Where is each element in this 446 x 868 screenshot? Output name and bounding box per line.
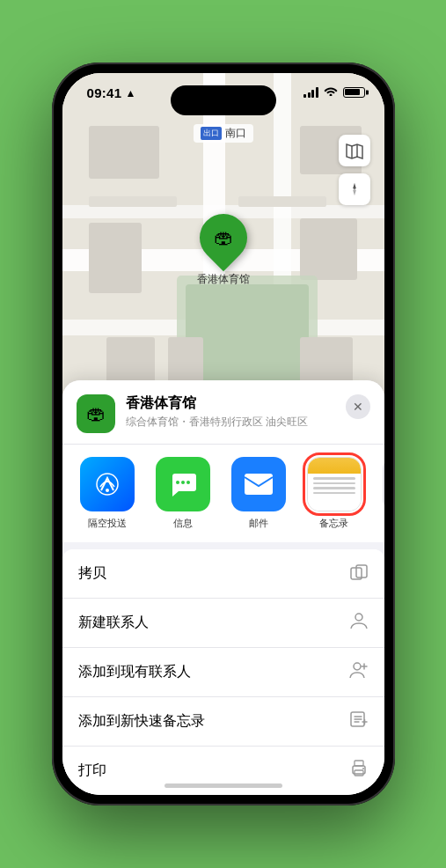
svg-rect-29: [355, 761, 363, 766]
dynamic-island: [171, 85, 276, 115]
svg-rect-30: [355, 770, 363, 776]
person-add-icon: [349, 660, 369, 684]
svg-rect-16: [238, 196, 326, 207]
share-row: 隔空投送 信息: [62, 445, 384, 549]
messages-icon: [156, 457, 210, 511]
action-list: 拷贝 新建联系人: [62, 549, 384, 795]
share-item-airdrop[interactable]: 隔空投送: [77, 457, 138, 530]
more-icon: [383, 457, 384, 511]
svg-rect-9: [300, 218, 357, 280]
location-icon: 🏟: [77, 394, 115, 433]
signal-bar-3: [311, 90, 314, 98]
svg-point-20: [181, 481, 185, 484]
action-add-notes-text: 添加到新快速备忘录: [78, 712, 205, 731]
notes-line-4: [313, 492, 355, 495]
action-new-contact-text: 新建联系人: [78, 614, 149, 632]
svg-point-19: [176, 481, 179, 484]
notes-line-1: [313, 477, 355, 480]
close-button[interactable]: ✕: [346, 394, 370, 419]
share-item-more[interactable]: 提: [379, 457, 384, 530]
status-icons: [303, 85, 365, 99]
location-arrow-icon: ▲: [125, 87, 135, 99]
location-header: 🏟 香港体育馆 综合体育馆・香港特别行政区 油尖旺区 ✕: [62, 380, 384, 445]
copy-svg: [349, 562, 369, 581]
notes-line-2: [313, 482, 355, 485]
location-button[interactable]: [339, 173, 370, 205]
notes-header: [308, 458, 361, 474]
action-copy-text: 拷贝: [78, 564, 106, 583]
messages-label: 信息: [173, 517, 193, 530]
compass-icon: [347, 181, 362, 197]
marker-pin-inner: 🏟: [214, 226, 233, 249]
mail-label: 邮件: [249, 517, 268, 530]
phone-screen: 09:41 ▲: [62, 73, 384, 795]
svg-rect-15: [89, 196, 177, 207]
signal-bar-1: [303, 94, 306, 98]
svg-rect-11: [186, 284, 309, 381]
svg-point-18: [106, 489, 109, 492]
signal-bar-4: [316, 87, 318, 98]
mail-icon: [231, 457, 286, 511]
marker-label: 香港体育馆: [197, 272, 250, 287]
stadium-marker: 🏟 香港体育馆: [197, 214, 250, 287]
printer-icon: [349, 759, 369, 783]
messages-svg: [168, 469, 198, 499]
action-copy[interactable]: 拷贝: [62, 549, 384, 599]
action-new-contact[interactable]: 新建联系人: [62, 599, 384, 648]
svg-rect-13: [168, 337, 203, 386]
mail-svg: [243, 472, 274, 497]
svg-rect-14: [300, 337, 353, 386]
action-add-notes[interactable]: 添加到新快速备忘录: [62, 697, 384, 747]
person-svg: [349, 611, 369, 630]
printer-svg: [349, 759, 369, 778]
map-label: 出口 南口: [194, 124, 253, 143]
notes-body: [308, 474, 361, 511]
notes-line-3: [313, 487, 355, 489]
notes-label: 备忘录: [319, 517, 348, 530]
copy-icon: [349, 562, 369, 585]
map-type-button[interactable]: [339, 135, 370, 166]
notes-icon: [307, 457, 362, 511]
airdrop-svg: [94, 471, 121, 497]
quick-notes-icon: [349, 710, 369, 733]
map-icon: [346, 142, 363, 159]
airdrop-icon: [80, 457, 135, 511]
signal-bar-2: [308, 92, 311, 98]
share-item-notes[interactable]: 备忘录: [303, 457, 365, 530]
action-add-contact-text: 添加到现有联系人: [78, 663, 191, 681]
action-add-contact[interactable]: 添加到现有联系人: [62, 648, 384, 697]
svg-point-26: [354, 663, 361, 670]
battery-icon: [343, 87, 365, 98]
airdrop-label: 隔空投送: [88, 517, 127, 530]
quick-notes-svg: [349, 710, 369, 729]
marker-pin: 🏟: [189, 204, 256, 271]
svg-point-25: [355, 614, 362, 621]
wifi-icon: [324, 85, 338, 99]
battery-fill: [345, 89, 360, 95]
home-indicator: [165, 783, 282, 788]
share-item-messages[interactable]: 信息: [152, 457, 214, 530]
svg-rect-22: [245, 474, 273, 495]
svg-rect-12: [106, 337, 155, 386]
share-item-mail[interactable]: 邮件: [228, 457, 289, 530]
svg-rect-7: [89, 223, 142, 293]
map-label-text: 南口: [225, 126, 246, 141]
status-time: 09:41: [87, 85, 122, 100]
map-controls: [339, 135, 370, 212]
location-subtitle: 综合体育馆・香港特别行政区 油尖旺区: [126, 415, 335, 430]
location-info: 香港体育馆 综合体育馆・香港特别行政区 油尖旺区: [126, 394, 335, 430]
action-print-text: 打印: [78, 761, 106, 780]
svg-rect-6: [89, 126, 159, 179]
phone-frame: 09:41 ▲: [52, 63, 395, 805]
signal-bars: [303, 87, 318, 98]
map-exit-badge: 出口: [201, 127, 222, 140]
bottom-sheet: 🏟 香港体育馆 综合体育馆・香港特别行政区 油尖旺区 ✕: [62, 380, 384, 795]
location-name: 香港体育馆: [126, 394, 335, 413]
person-icon: [349, 611, 369, 635]
person-add-svg: [349, 660, 369, 680]
svg-point-21: [186, 481, 190, 484]
svg-point-31: [362, 768, 364, 769]
